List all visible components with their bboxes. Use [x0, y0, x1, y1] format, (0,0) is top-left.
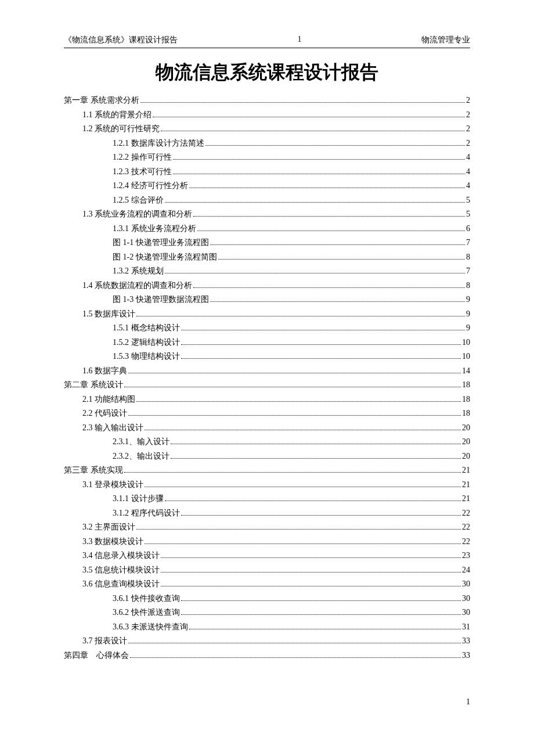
toc-entry[interactable]: 3.1.1 设计步骤21 — [64, 492, 470, 506]
toc-entry[interactable]: 1.3 系统业务流程的调查和分析5 — [64, 207, 470, 222]
toc-leader-dots — [161, 586, 461, 586]
toc-entry[interactable]: 3.1 登录模块设计21 — [64, 478, 470, 492]
toc-entry[interactable]: 1.3.1 系统业务流程分析6 — [64, 222, 470, 236]
toc-entry[interactable]: 3.1.2 程序代码设计22 — [64, 506, 470, 521]
toc-leader-dots — [140, 102, 466, 103]
toc-entry-page: 6 — [466, 222, 470, 236]
toc-entry-page: 5 — [466, 207, 470, 222]
toc-entry[interactable]: 1.2 系统的可行性研究2 — [64, 122, 470, 136]
toc-leader-dots — [181, 614, 461, 615]
toc-leader-dots — [161, 557, 461, 558]
toc-entry-page: 20 — [462, 449, 470, 464]
toc-entry-page: 21 — [462, 463, 470, 478]
toc-entry-label: 1.3.1 系统业务流程分析 — [113, 222, 196, 236]
toc-entry[interactable]: 第四章 心得体会33 — [64, 649, 470, 663]
toc-entry[interactable]: 1.2.2 操作可行性4 — [64, 150, 470, 165]
toc-entry-page: 33 — [462, 634, 470, 649]
toc-entry[interactable]: 1.6 数据字典14 — [64, 364, 470, 379]
toc-entry[interactable]: 1.4 系统数据流程的调查和分析8 — [64, 279, 470, 293]
toc-entry[interactable]: 1.2.1 数据库设计方法简述2 — [64, 136, 470, 151]
toc-entry[interactable]: 2.3 输入输出设计20 — [64, 421, 470, 435]
toc-entry[interactable]: 3.6.3 未派送快件查询31 — [64, 620, 470, 635]
toc-entry[interactable]: 2.3.2、输出设计20 — [64, 449, 470, 464]
toc-entry-label: 3.6.2 快件派送查询 — [113, 606, 180, 620]
toc-entry-page: 21 — [462, 478, 470, 492]
toc-leader-dots — [124, 472, 461, 473]
toc-leader-dots — [173, 174, 466, 174]
toc-entry-label: 图 1-1 快递管理业务流程图 — [113, 236, 209, 250]
toc-leader-dots — [189, 188, 466, 188]
header-center: 1 — [298, 35, 302, 45]
toc-entry-page: 7 — [466, 264, 470, 279]
toc-entry-label: 3.6.1 快件接收查询 — [113, 592, 180, 606]
toc-entry[interactable]: 3.5 信息统计模块设计24 — [64, 563, 470, 578]
document-title: 物流信息系统课程设计报告 — [64, 60, 470, 85]
toc-leader-dots — [193, 216, 465, 217]
toc-entry-label: 3.4 信息录入模块设计 — [82, 549, 160, 563]
toc-entry[interactable]: 1.2.4 经济可行性分析4 — [64, 179, 470, 193]
toc-entry[interactable]: 3.7 报表设计33 — [64, 634, 470, 649]
toc-entry[interactable]: 3.6.2 快件派送查询30 — [64, 606, 470, 620]
toc-leader-dots — [218, 259, 465, 260]
toc-entry[interactable]: 3.2 主界面设计22 — [64, 520, 470, 535]
toc-leader-dots — [210, 301, 465, 302]
toc-entry-label: 1.2.3 技术可行性 — [113, 165, 172, 179]
toc-entry[interactable]: 1.5.1 概念结构设计9 — [64, 321, 470, 336]
toc-entry[interactable]: 1.2.3 技术可行性4 — [64, 165, 470, 179]
toc-entry-page: 8 — [466, 279, 470, 293]
toc-leader-dots — [189, 629, 461, 629]
toc-entry[interactable]: 2.3.1、输入设计20 — [64, 435, 470, 449]
toc-entry[interactable]: 3.6.1 快件接收查询30 — [64, 592, 470, 606]
toc-entry[interactable]: 1.5.2 逻辑结构设计10 — [64, 336, 470, 350]
toc-leader-dots — [136, 401, 461, 402]
toc-entry[interactable]: 1.5.3 物理结构设计10 — [64, 350, 470, 364]
toc-entry-page: 20 — [462, 435, 470, 449]
toc-leader-dots — [128, 415, 461, 416]
toc-entry-label: 1.2.5 综合评价 — [113, 193, 164, 208]
toc-entry-page: 31 — [462, 620, 470, 635]
toc-leader-dots — [171, 444, 461, 444]
toc-entry[interactable]: 图 1-1 快递管理业务流程图7 — [64, 236, 470, 250]
toc-leader-dots — [136, 316, 465, 316]
toc-entry-page: 8 — [466, 250, 470, 265]
toc-entry[interactable]: 第一章 系统需求分析2 — [64, 93, 470, 108]
header-right: 物流管理专业 — [421, 35, 470, 45]
toc-entry-label: 1.5.2 逻辑结构设计 — [113, 336, 180, 350]
toc-entry-label: 第三章 系统实现 — [64, 463, 123, 478]
toc-entry-page: 18 — [462, 393, 470, 407]
toc-entry-page: 30 — [462, 592, 470, 606]
toc-entry-page: 2 — [466, 136, 470, 151]
toc-entry[interactable]: 1.5 数据库设计9 — [64, 307, 470, 322]
toc-entry[interactable]: 2.1 功能结构图18 — [64, 393, 470, 407]
toc-entry-page: 23 — [462, 549, 470, 563]
header-left: 《物流信息系统》课程设计报告 — [64, 35, 178, 45]
toc-entry[interactable]: 第三章 系统实现21 — [64, 463, 470, 478]
footer-page-number: 1 — [64, 697, 470, 707]
toc-entry[interactable]: 图 1-2 快递管理业务流程简图8 — [64, 250, 470, 265]
toc-leader-dots — [181, 515, 461, 516]
toc-entry[interactable]: 第二章 系统设计18 — [64, 378, 470, 393]
toc-entry[interactable]: 3.4 信息录入模块设计23 — [64, 549, 470, 563]
toc-entry-label: 第二章 系统设计 — [64, 378, 123, 393]
table-of-contents: 第一章 系统需求分析21.1 系统的背景介绍21.2 系统的可行性研究21.2.… — [64, 93, 470, 663]
toc-entry[interactable]: 3.6 信息查询模块设计30 — [64, 577, 470, 592]
toc-entry[interactable]: 1.2.5 综合评价5 — [64, 193, 470, 208]
toc-entry[interactable]: 1.1 系统的背景介绍2 — [64, 108, 470, 123]
toc-entry-label: 2.1 功能结构图 — [82, 393, 135, 407]
toc-entry-page: 4 — [466, 150, 470, 165]
toc-entry[interactable]: 图 1-3 快递管理数据流程图9 — [64, 293, 470, 307]
toc-leader-dots — [153, 117, 465, 117]
toc-entry-label: 1.3 系统业务流程的调查和分析 — [82, 207, 192, 222]
toc-entry[interactable]: 3.3 数据模块设计22 — [64, 535, 470, 549]
toc-leader-dots — [145, 487, 461, 487]
toc-entry-label: 2.3.1、输入设计 — [113, 435, 169, 449]
toc-leader-dots — [161, 131, 465, 131]
page-header: 《物流信息系统》课程设计报告 1 物流管理专业 — [64, 35, 470, 48]
toc-entry[interactable]: 1.3.2 系统规划7 — [64, 264, 470, 279]
toc-entry[interactable]: 2.2 代码设计18 — [64, 406, 470, 421]
toc-entry-page: 5 — [466, 193, 470, 208]
toc-entry-page: 22 — [462, 535, 470, 549]
toc-leader-dots — [181, 358, 461, 359]
toc-entry-label: 3.5 信息统计模块设计 — [82, 563, 160, 578]
toc-leader-dots — [171, 458, 461, 459]
